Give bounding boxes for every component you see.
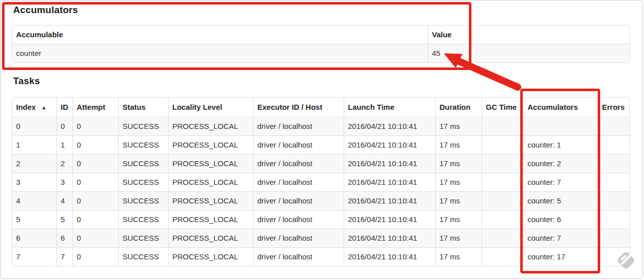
task-cell: 17 ms	[435, 173, 481, 191]
task-cell: SUCCESS	[118, 247, 168, 266]
task-cell: 6	[56, 229, 72, 247]
task-cell: PROCESS_LOCAL	[168, 247, 253, 266]
task-cell: SUCCESS	[118, 229, 168, 247]
accumulator-row: counter 45	[12, 44, 630, 62]
task-cell	[598, 210, 630, 229]
task-cell	[481, 247, 523, 266]
tasks-header-row: Index▲ ID Attempt Status Locality Level …	[12, 98, 630, 117]
task-row: 330SUCCESSPROCESS_LOCALdriver / localhos…	[12, 173, 630, 191]
tasks-col-duration[interactable]: Duration	[435, 98, 481, 117]
task-cell	[598, 117, 630, 135]
tasks-col-errors[interactable]: Errors	[598, 98, 630, 117]
tasks-col-locality-level[interactable]: Locality Level	[168, 98, 253, 117]
task-cell: 17 ms	[435, 117, 481, 135]
sort-ascending-icon: ▲	[41, 105, 46, 110]
task-cell: SUCCESS	[118, 191, 168, 210]
task-cell: counter: 5	[523, 191, 598, 210]
task-cell: 0	[72, 173, 118, 191]
task-cell: 5	[12, 210, 56, 229]
task-row: 660SUCCESSPROCESS_LOCALdriver / localhos…	[12, 229, 630, 247]
task-cell	[598, 229, 630, 247]
accumulable-column-header[interactable]: Accumulable	[12, 26, 428, 44]
task-cell: PROCESS_LOCAL	[168, 173, 253, 191]
task-cell: 6	[12, 229, 56, 247]
task-cell: counter: 17	[523, 247, 598, 266]
tasks-col-launch-time[interactable]: Launch Time	[344, 98, 435, 117]
task-cell: 3	[12, 173, 56, 191]
task-cell: PROCESS_LOCAL	[168, 117, 253, 135]
task-cell: driver / localhost	[253, 117, 344, 135]
task-row: 770SUCCESSPROCESS_LOCALdriver / localhos…	[12, 247, 630, 266]
task-cell: 17 ms	[435, 135, 481, 154]
task-cell: 1	[56, 135, 72, 154]
task-cell: 17 ms	[435, 210, 481, 229]
task-cell: 0	[72, 135, 118, 154]
tasks-table-body: 000SUCCESSPROCESS_LOCALdriver / localhos…	[12, 117, 630, 266]
task-cell	[481, 191, 523, 210]
tasks-col-index[interactable]: Index▲	[12, 98, 56, 117]
task-cell: counter: 7	[523, 229, 598, 247]
task-cell: 0	[72, 154, 118, 173]
accumulators-table: Accumulable Value counter 45	[12, 25, 630, 63]
accumulator-name-cell: counter	[12, 44, 428, 62]
page-frame: Accumulators Accumulable Value counter 4…	[0, 0, 643, 279]
task-cell	[481, 117, 523, 135]
task-cell: 2016/04/21 10:10:41	[344, 173, 435, 191]
task-cell: 2	[56, 154, 72, 173]
task-cell: 4	[56, 191, 72, 210]
task-cell: SUCCESS	[118, 210, 168, 229]
task-cell: SUCCESS	[118, 117, 168, 135]
task-row: 000SUCCESSPROCESS_LOCALdriver / localhos…	[12, 117, 630, 135]
tasks-col-id[interactable]: ID	[56, 98, 72, 117]
task-row: 220SUCCESSPROCESS_LOCALdriver / localhos…	[12, 154, 630, 173]
task-cell	[481, 135, 523, 154]
task-cell: PROCESS_LOCAL	[168, 135, 253, 154]
tasks-col-gc-time[interactable]: GC Time	[481, 98, 523, 117]
accumulators-section-heading: Accumulators	[13, 5, 78, 16]
task-cell: SUCCESS	[118, 154, 168, 173]
task-cell: 0	[72, 117, 118, 135]
task-cell: driver / localhost	[253, 173, 344, 191]
task-cell: 2016/04/21 10:10:41	[344, 229, 435, 247]
value-column-header[interactable]: Value	[428, 26, 630, 44]
task-cell: driver / localhost	[253, 191, 344, 210]
accumulators-header-row: Accumulable Value	[12, 26, 630, 44]
tasks-col-attempt[interactable]: Attempt	[72, 98, 118, 117]
task-cell: 0	[72, 210, 118, 229]
task-cell: 7	[12, 247, 56, 266]
task-cell: 17 ms	[435, 247, 481, 266]
task-cell: PROCESS_LOCAL	[168, 191, 253, 210]
task-cell: driver / localhost	[253, 210, 344, 229]
task-cell: driver / localhost	[253, 229, 344, 247]
tasks-col-status[interactable]: Status	[118, 98, 168, 117]
task-cell: 2016/04/21 10:10:41	[344, 154, 435, 173]
task-cell: 5	[56, 210, 72, 229]
task-cell: counter: 1	[523, 135, 598, 154]
task-cell: 17 ms	[435, 191, 481, 210]
tasks-section-heading: Tasks	[13, 76, 40, 87]
task-cell: 0	[72, 191, 118, 210]
task-cell: counter: 7	[523, 173, 598, 191]
task-cell: 2016/04/21 10:10:41	[344, 117, 435, 135]
task-cell: 4	[12, 191, 56, 210]
task-cell: 7	[56, 247, 72, 266]
tasks-col-accumulators[interactable]: Accumulators	[523, 98, 598, 117]
task-cell	[598, 247, 630, 266]
task-cell: 0	[12, 117, 56, 135]
task-cell	[481, 229, 523, 247]
task-cell: PROCESS_LOCAL	[168, 210, 253, 229]
task-cell: 2016/04/21 10:10:41	[344, 247, 435, 266]
task-cell: 2016/04/21 10:10:41	[344, 210, 435, 229]
task-cell: driver / localhost	[253, 154, 344, 173]
task-cell	[481, 210, 523, 229]
task-cell: counter: 6	[523, 210, 598, 229]
task-cell: 3	[56, 173, 72, 191]
tasks-col-executor-id-host[interactable]: Executor ID / Host	[253, 98, 344, 117]
task-cell: 17 ms	[435, 229, 481, 247]
task-cell: driver / localhost	[253, 135, 344, 154]
task-row: 110SUCCESSPROCESS_LOCALdriver / localhos…	[12, 135, 630, 154]
task-cell	[598, 191, 630, 210]
task-cell	[481, 154, 523, 173]
accumulator-value-cell: 45	[428, 44, 630, 62]
task-cell: PROCESS_LOCAL	[168, 229, 253, 247]
